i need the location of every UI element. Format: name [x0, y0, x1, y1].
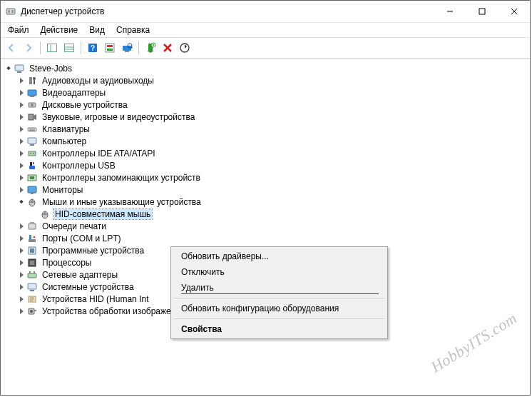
tree-item[interactable]: Аудиовходы и аудиовыходы	[1, 74, 530, 86]
tree-item-label: Устройства обработки изображений	[41, 306, 187, 316]
svg-rect-66	[30, 261, 34, 265]
tree-item-label: Очереди печати	[41, 221, 108, 231]
tree-item-label: Контроллеры IDE ATA/ATAPI	[41, 149, 157, 159]
svg-point-74	[30, 310, 33, 313]
menu-action[interactable]: Действие	[35, 24, 84, 36]
tree-item[interactable]: Очереди печати	[1, 220, 530, 232]
svg-rect-70	[28, 283, 36, 289]
expander-icon[interactable]	[16, 221, 26, 231]
svg-rect-46	[33, 162, 34, 164]
expander-icon[interactable]	[16, 233, 26, 243]
svg-rect-51	[31, 193, 34, 194]
ctx-label: Свойства	[181, 324, 222, 334]
expander-icon[interactable]	[16, 246, 26, 256]
ctx-label: Отключить	[181, 267, 225, 277]
maximize-button[interactable]	[466, 1, 498, 22]
device-manager-window: Диспетчер устройств Файл Действие Вид Сп…	[0, 0, 531, 396]
svg-rect-36	[29, 114, 34, 120]
ctx-scan-hardware[interactable]: Обновить конфигурацию оборудования	[173, 301, 386, 316]
svg-rect-67	[28, 273, 36, 278]
expander-icon[interactable]	[16, 197, 26, 207]
tb-scan-hardware-button[interactable]	[119, 40, 135, 56]
ctx-separator	[174, 318, 384, 319]
tree-item-label: Компьютер	[41, 136, 88, 146]
expander-icon[interactable]	[16, 112, 26, 122]
device-tree[interactable]: Steve-Jobs Аудиовходы и аудиовыходыВидео…	[1, 59, 530, 395]
tree-item[interactable]: Порты (COM и LPT)	[1, 232, 530, 244]
expander-icon[interactable]	[16, 124, 26, 134]
ctx-update-drivers[interactable]: Обновить драйверы...	[173, 248, 386, 264]
expander-icon[interactable]	[16, 88, 26, 98]
svg-rect-29	[17, 71, 21, 73]
expander-icon[interactable]	[16, 185, 26, 195]
window-controls	[434, 1, 530, 22]
svg-rect-2	[11, 10, 14, 13]
svg-rect-30	[29, 77, 32, 84]
tree-item[interactable]: Звуковые, игровые и видеоустройства	[1, 111, 530, 123]
device-category-icon	[26, 172, 38, 184]
svg-rect-18	[125, 51, 129, 52]
tree-item[interactable]: Видеоадаптеры	[1, 86, 530, 99]
tree-item-label: Процессоры	[41, 258, 93, 268]
ctx-label: Обновить драйверы...	[181, 251, 269, 261]
expander-icon[interactable]	[16, 173, 26, 183]
tree-item-label: Программные устройства	[41, 246, 145, 256]
device-category-icon	[26, 184, 38, 196]
tb-enable-button[interactable]	[143, 40, 158, 56]
tree-item[interactable]: Контроллеры IDE ATA/ATAPI	[1, 147, 530, 159]
svg-rect-64	[30, 248, 34, 253]
tb-forward-button[interactable]	[21, 40, 36, 56]
tree-item[interactable]: Мониторы	[1, 184, 530, 196]
svg-rect-1	[8, 10, 10, 13]
tb-update-driver-button[interactable]	[177, 40, 193, 56]
tb-separator	[81, 41, 81, 54]
ctx-properties[interactable]: Свойства	[173, 321, 386, 337]
ctx-disable[interactable]: Отключить	[173, 264, 386, 280]
expander-icon[interactable]	[16, 306, 26, 316]
tree-item[interactable]: Клавиатуры	[1, 123, 530, 135]
menu-help[interactable]: Справка	[111, 24, 155, 36]
expander-icon[interactable]	[16, 270, 26, 280]
expander-icon[interactable]	[16, 136, 26, 146]
tb-back-button[interactable]	[4, 40, 19, 56]
tree-item[interactable]: Мыши и иные указывающие устройства	[1, 196, 530, 208]
device-category-icon	[26, 196, 38, 208]
tree-item[interactable]: Компьютер	[1, 135, 530, 147]
svg-rect-71	[30, 290, 34, 291]
tb-uninstall-button[interactable]	[160, 40, 175, 56]
tree-item[interactable]: Контроллеры USB	[1, 159, 530, 171]
svg-rect-32	[28, 90, 36, 96]
svg-rect-60	[29, 235, 31, 239]
app-icon	[5, 6, 16, 17]
tb-action-button[interactable]	[102, 40, 118, 56]
minimize-button[interactable]	[434, 1, 466, 22]
tb-help-button[interactable]: ?	[85, 40, 101, 56]
tree-item-label: Устройства HID (Human Int	[41, 294, 150, 304]
expander-icon[interactable]	[16, 294, 26, 304]
tb-show-hide-tree-button[interactable]	[44, 40, 60, 56]
svg-rect-0	[6, 9, 15, 14]
device-category-icon	[26, 160, 38, 171]
tree-item[interactable]: Контроллеры запоминающих устройств	[1, 171, 530, 184]
expander-icon[interactable]	[16, 76, 26, 86]
menu-view[interactable]: Вид	[83, 24, 111, 36]
expander-icon[interactable]	[4, 64, 14, 74]
expander-icon[interactable]	[16, 161, 26, 171]
tb-properties-button[interactable]	[61, 40, 77, 56]
tree-item-label: Видеоадаптеры	[41, 88, 107, 98]
expander-icon[interactable]	[16, 149, 26, 159]
expander-icon[interactable]	[16, 258, 26, 268]
tree-item-label: HID-совместимая мышь	[53, 209, 152, 219]
expander-icon[interactable]	[16, 282, 26, 292]
menu-file[interactable]: Файл	[2, 24, 35, 36]
tree-root-label: Steve-Jobs	[28, 64, 73, 74]
tree-item-label: Порты (COM и LPT)	[41, 233, 123, 243]
close-button[interactable]	[498, 1, 530, 22]
svg-rect-17	[123, 46, 131, 51]
device-category-icon	[26, 136, 38, 147]
tree-item-child[interactable]: HID-совместимая мышь	[1, 208, 530, 220]
tree-root[interactable]: Steve-Jobs	[1, 62, 530, 74]
tree-item[interactable]: Дисковые устройства	[1, 99, 530, 111]
computer-icon	[14, 63, 25, 74]
expander-icon[interactable]	[16, 100, 26, 110]
